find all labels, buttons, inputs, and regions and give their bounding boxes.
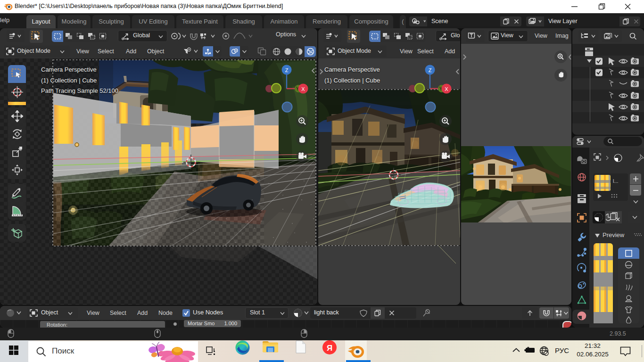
svg-text:X: X [445,86,448,92]
svg-text:Z: Z [429,67,432,73]
svg-text:Z: Z [285,67,289,73]
svg-text:Я: Я [327,344,332,353]
svg-text:X: X [301,86,305,92]
